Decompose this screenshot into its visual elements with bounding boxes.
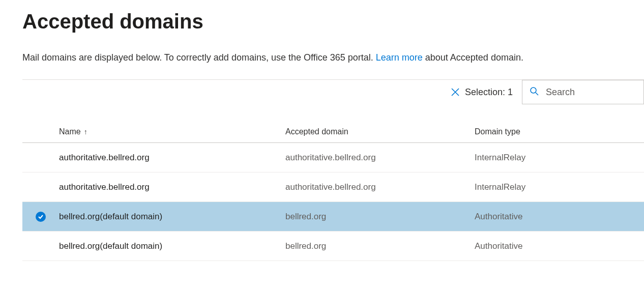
selection-count-label: Selection: 1 <box>465 87 513 98</box>
search-box[interactable] <box>522 80 644 104</box>
table-row[interactable]: authoritative.bellred.org authoritative.… <box>22 143 644 172</box>
page-title: Accepted domains <box>22 10 644 33</box>
column-header-domain-type[interactable]: Domain type <box>475 127 644 136</box>
column-header-accepted-domain[interactable]: Accepted domain <box>285 127 475 136</box>
row-domain-type-cell: InternalRelay <box>475 182 644 192</box>
row-domain-type-cell: InternalRelay <box>475 153 644 163</box>
table-row[interactable]: authoritative.bellred.org authoritative.… <box>22 172 644 202</box>
row-domain-type-cell: Authoritative <box>475 212 644 222</box>
close-icon <box>451 88 460 97</box>
row-accepted-domain-cell: bellred.org <box>285 241 475 251</box>
domains-table: Name ↑ Accepted domain Domain type autho… <box>22 121 644 261</box>
checkmark-icon <box>36 212 46 222</box>
column-header-name-label: Name <box>59 127 81 136</box>
page-description: Mail domains are displayed below. To cor… <box>22 52 644 63</box>
row-name-cell: authoritative.bellred.org <box>59 153 285 163</box>
row-domain-type-cell: Authoritative <box>475 241 644 251</box>
description-before-link: Mail domains are displayed below. To cor… <box>22 52 376 63</box>
row-accepted-domain-cell: authoritative.bellred.org <box>285 153 475 163</box>
search-icon <box>530 86 539 98</box>
description-after-link: about Accepted domain. <box>423 52 523 63</box>
row-accepted-domain-cell: bellred.org <box>285 212 475 222</box>
svg-point-0 <box>531 88 536 93</box>
table-row[interactable]: bellred.org(default domain) bellred.org … <box>22 202 644 232</box>
table-header-row: Name ↑ Accepted domain Domain type <box>22 121 644 143</box>
row-name-cell: bellred.org(default domain) <box>59 212 285 222</box>
toolbar: Selection: 1 <box>22 79 644 104</box>
learn-more-link[interactable]: Learn more <box>376 52 423 63</box>
sort-ascending-icon: ↑ <box>84 128 87 136</box>
search-input[interactable] <box>545 86 644 98</box>
row-name-cell: authoritative.bellred.org <box>59 182 285 192</box>
table-row[interactable]: bellred.org(default domain) bellred.org … <box>22 232 644 261</box>
row-accepted-domain-cell: authoritative.bellred.org <box>285 182 475 192</box>
row-name-cell: bellred.org(default domain) <box>59 241 285 251</box>
column-header-name[interactable]: Name ↑ <box>59 127 285 136</box>
clear-selection-button[interactable]: Selection: 1 <box>442 80 522 104</box>
row-select-cell[interactable] <box>22 212 59 222</box>
